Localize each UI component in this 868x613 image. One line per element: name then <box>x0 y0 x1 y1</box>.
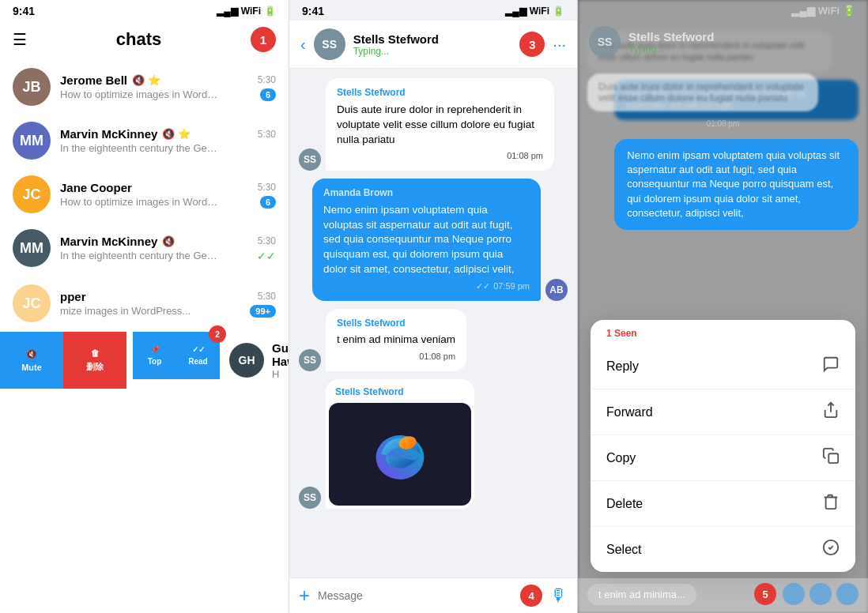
chat-item-jerome[interactable]: JB Jerome Bell 🔇 ⭐ 5:30 How to optimize … <box>0 60 289 114</box>
message-bubble-3[interactable]: Stells Stefword t enim ad minima veniam … <box>326 309 466 371</box>
chat-item-marvin1[interactable]: MM Marvin McKinney 🔇 ⭐ 5:30 In the eight… <box>0 114 289 167</box>
signal-icon-chat: ▂▄▆ <box>505 6 526 17</box>
status-icons-chats: ▂▄▆ WiFi 🔋 <box>217 6 276 17</box>
highlighted-message[interactable]: Nemo enim ipsam voluptatem quia voluptas… <box>614 139 859 230</box>
new-chat-badge[interactable]: 1 <box>251 27 276 52</box>
chat-name-jerome: Jerome Bell <box>60 73 127 87</box>
unread-jane: 6 <box>260 196 276 209</box>
hamburger-icon[interactable]: ☰ <box>13 30 27 49</box>
seen-text: 1 Seen <box>591 320 855 344</box>
time-chats: 9:41 <box>13 5 35 17</box>
context-copy-item[interactable]: Copy <box>591 435 855 481</box>
chat-preview-partial: mize images in WordPress... <box>60 305 191 317</box>
msg-time-text-3: 01:08 pm <box>419 351 455 363</box>
dot-btn-3[interactable] <box>836 583 859 605</box>
message-bubble-4[interactable]: Stells Stefword <box>326 379 474 510</box>
partial-chat-item[interactable]: JC pper 5:30 mize images in WordPress...… <box>0 275 289 332</box>
context-contact-name: Stells Stefword <box>628 30 714 43</box>
chat-item-jane[interactable]: JC Jane Cooper 5:30 How to optimize imag… <box>0 167 289 221</box>
msg-text-2: Nemo enim ipsam voluptatem quia voluptas… <box>323 203 530 277</box>
chat-preview-marvin1: In the eighteenth century the German phi… <box>60 142 218 154</box>
more-options-button[interactable]: ··· <box>553 36 566 54</box>
msg-time-3: 01:08 pm <box>337 351 455 363</box>
messages-area: SS Stells Stefword Duis aute irure dolor… <box>289 69 577 577</box>
chat-preview-marvin2: In the eighteenth century the German phi… <box>60 250 218 261</box>
edge-logo-svg <box>368 423 432 486</box>
msg-avatar-stells1: SS <box>299 149 321 171</box>
context-menu-panel: Duis aute irure dolor in reprehenderit i… <box>577 0 868 613</box>
status-bar-chats: 9:41 ▂▄▆ WiFi 🔋 <box>0 0 289 21</box>
context-chat-area: Duis aute irure dolor in reprehenderit i… <box>578 64 868 320</box>
message-bubble-2[interactable]: Amanda Brown Nemo enim ipsam voluptatem … <box>312 179 541 301</box>
context-reply-item[interactable]: Reply <box>591 344 855 389</box>
context-content: ▂▄▆ WiFi 🔋 SS Stells Stefword Typing... … <box>578 0 868 613</box>
status-icons-chat: ▂▄▆ WiFi 🔋 <box>505 6 564 17</box>
delete-icon-ctx <box>822 493 840 514</box>
chat-time-partial: 5:30 <box>258 291 276 302</box>
mute-icon: 🔇 <box>26 349 37 359</box>
top-read-actions: 📌 Top 2 ✓✓ Read <box>133 332 220 389</box>
context-menu: 1 Seen Reply Forward <box>591 320 855 572</box>
delete-action[interactable]: 🗑 删除 <box>63 332 126 389</box>
message-row-1: SS Stells Stefword Duis aute irure dolor… <box>299 78 568 171</box>
context-bottom-dots <box>783 583 859 605</box>
chat-time-jerome: 5:30 <box>258 74 276 85</box>
message-input[interactable] <box>318 589 512 602</box>
select-label: Select <box>606 543 641 557</box>
context-wifi-icon: WiFi <box>818 5 840 17</box>
message-row-3: SS Stells Stefword t enim ad minima veni… <box>299 309 568 371</box>
chat-list: JB Jerome Bell 🔇 ⭐ 5:30 How to optimize … <box>0 60 289 613</box>
msg-time-text-2: 07:59 pm <box>493 280 530 292</box>
context-bottom-left: t enim ad minima... <box>587 584 748 605</box>
dot-btn-2[interactable] <box>810 583 832 605</box>
context-bottom-bar: t enim ad minima... 5 <box>578 578 868 613</box>
context-select-item[interactable]: Select <box>591 527 855 572</box>
wifi-icon: WiFi <box>241 6 261 17</box>
chat-item-marvin2[interactable]: MM Marvin McKinney 🔇 5:30 In the eightee… <box>0 221 289 275</box>
status-bar-chat: 9:41 ▂▄▆ WiFi 🔋 <box>289 0 577 21</box>
read-label: Read <box>188 357 207 366</box>
dot-btn-1[interactable] <box>783 583 805 605</box>
back-button[interactable]: ‹ <box>300 36 306 54</box>
context-badge5: 5 <box>754 583 776 605</box>
context-forward-item[interactable]: Forward <box>591 389 855 435</box>
forward-label: Forward <box>606 405 653 419</box>
msg-time-2: ✓✓ 07:59 pm <box>323 280 530 292</box>
context-contact-status: Typing... <box>628 43 714 55</box>
chat-window-panel: 9:41 ▂▄▆ WiFi 🔋 ‹ SS Stells Stefword Typ… <box>289 0 577 613</box>
battery-icon-chat: 🔋 <box>553 6 564 17</box>
highlighted-msg-row: Nemo enim ipsam voluptatem quia voluptas… <box>587 139 859 230</box>
avatar-marvin1: MM <box>13 122 51 160</box>
contact-status: Typing... <box>353 46 512 57</box>
msg-sender-stells3: Stells Stefword <box>329 382 471 401</box>
add-attachment-button[interactable]: + <box>299 585 310 607</box>
chat-preview-jane: How to optimize images in WordPress for.… <box>60 196 218 208</box>
chat-info-partial: pper 5:30 mize images in WordPress... 99… <box>60 290 276 318</box>
chat-name-marvin2: Marvin McKinney <box>60 235 157 248</box>
top-read-badge: 2 <box>209 325 226 343</box>
message-row-2: AB Amanda Brown Nemo enim ipsam voluptat… <box>299 179 568 301</box>
header-info: Stells Stefword Typing... <box>353 32 512 57</box>
context-avatar: SS <box>589 26 621 58</box>
avatar-marvin2: MM <box>13 229 51 267</box>
context-delete-item[interactable]: Delete <box>591 481 855 527</box>
mute-action[interactable]: 🔇 Mute <box>0 332 63 389</box>
chat-icons-marvin1: 🔇 ⭐ <box>162 128 191 140</box>
msg-avatar-amanda: AB <box>545 279 568 301</box>
blurred-time: 01:08 pm <box>587 119 859 128</box>
message-bubble-1[interactable]: Stells Stefword Duis aute irure dolor in… <box>326 78 554 171</box>
check-icon-2: ✓✓ <box>476 280 490 292</box>
mic-button[interactable]: 🎙 <box>550 585 568 606</box>
double-tick-marvin2: ✓✓ <box>257 250 276 262</box>
top-icon: 📌 <box>150 345 160 354</box>
wifi-icon-chat: WiFi <box>530 6 549 17</box>
message-row-4: SS Stells Stefword <box>299 379 568 510</box>
chats-panel: 9:41 ▂▄▆ WiFi 🔋 ☰ chats 1 JB Jerome Bell… <box>0 0 289 613</box>
top-button[interactable]: 📌 Top <box>133 332 176 379</box>
chats-title: chats <box>116 29 161 50</box>
guy-hawkins-partial[interactable]: GH Guy Hawkins How to optimize images in… <box>220 332 289 389</box>
top-label: Top <box>148 357 162 366</box>
input-bar: + 4 🎙 <box>289 577 577 613</box>
msg-avatar-stells2: SS <box>299 349 321 371</box>
chat-header: ‹ SS Stells Stefword Typing... 3 ··· <box>289 21 577 69</box>
